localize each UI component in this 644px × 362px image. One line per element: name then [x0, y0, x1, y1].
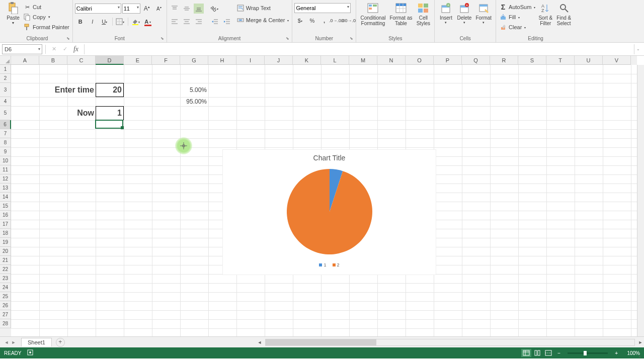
increase-indent-button[interactable]: [222, 17, 232, 27]
row-header-25[interactable]: 25: [0, 292, 11, 301]
row-header-24[interactable]: 24: [0, 283, 11, 292]
chart-object[interactable]: Chart Title 1 2: [222, 149, 436, 275]
hscroll-right-button[interactable]: ►: [637, 340, 644, 345]
row-header-19[interactable]: 19: [0, 238, 11, 247]
spreadsheet-grid[interactable]: ABCDEFGHIJKLMNOPQRSTUV 12345678910111213…: [0, 56, 644, 336]
page-layout-view-button[interactable]: [532, 349, 542, 357]
collapse-ribbon-button[interactable]: ˄: [638, 355, 641, 361]
cancel-formula-button[interactable]: ✕: [49, 44, 59, 54]
row-header-17[interactable]: 17: [0, 220, 11, 229]
cell-styles-button[interactable]: Cell Styles: [414, 1, 432, 27]
number-format-select[interactable]: [294, 3, 351, 13]
align-middle-button[interactable]: [182, 4, 192, 14]
font-size-select[interactable]: [122, 4, 140, 14]
col-header-O[interactable]: O: [406, 56, 434, 65]
page-break-view-button[interactable]: [543, 349, 553, 357]
col-header-V[interactable]: V: [603, 56, 631, 65]
sort-filter-button[interactable]: AZSort & Filter: [536, 1, 554, 27]
decrease-font-button[interactable]: A▾: [154, 4, 164, 14]
fill-button[interactable]: Fill▾: [498, 12, 536, 22]
normal-view-button[interactable]: [521, 349, 531, 357]
zoom-level[interactable]: 100%: [622, 350, 640, 356]
col-header-B[interactable]: B: [39, 56, 67, 65]
number-launcher[interactable]: ⬊: [350, 36, 355, 41]
comma-button[interactable]: ,: [319, 16, 329, 26]
accounting-button[interactable]: $▾: [295, 16, 305, 26]
clipboard-launcher[interactable]: ⬊: [66, 36, 71, 41]
row-header-11[interactable]: 11: [0, 165, 11, 174]
cell-G3[interactable]: 5.00%: [180, 83, 208, 97]
borders-button[interactable]: ▾: [115, 17, 125, 27]
row-header-26[interactable]: 26: [0, 301, 11, 310]
row-header-14[interactable]: 14: [0, 193, 11, 202]
percent-button[interactable]: %: [307, 16, 317, 26]
bold-button[interactable]: B: [75, 17, 86, 27]
cell-G4[interactable]: 95.00%: [180, 97, 208, 106]
col-header-C[interactable]: C: [67, 56, 96, 65]
insert-function-button[interactable]: fx: [71, 44, 81, 54]
col-header-G[interactable]: G: [180, 56, 208, 65]
format-as-table-button[interactable]: Format as Table: [387, 1, 414, 27]
orientation-button[interactable]: ab▾: [210, 4, 220, 14]
row-header-18[interactable]: 18: [0, 229, 11, 238]
merge-center-button[interactable]: Merge & Center▾: [235, 15, 290, 25]
fill-color-button[interactable]: ▾: [131, 17, 141, 27]
cell-C5[interactable]: Now: [39, 106, 96, 120]
format-button[interactable]: Format▾: [473, 1, 494, 26]
row-header-4[interactable]: 4: [0, 97, 11, 106]
row-header-1[interactable]: 1: [0, 65, 11, 74]
col-header-S[interactable]: S: [518, 56, 546, 65]
select-all-corner[interactable]: [0, 56, 11, 65]
row-header-8[interactable]: 8: [0, 138, 11, 147]
sheet-tab[interactable]: Sheet1: [21, 338, 52, 346]
insert-button[interactable]: +Insert▾: [437, 1, 455, 26]
col-header-H[interactable]: H: [208, 56, 236, 65]
col-header-M[interactable]: M: [349, 56, 377, 65]
row-header-15[interactable]: 15: [0, 202, 11, 211]
zoom-slider[interactable]: [568, 352, 608, 354]
cut-button[interactable]: ✂Cut: [22, 2, 70, 12]
enter-formula-button[interactable]: ✓: [60, 44, 70, 54]
name-box[interactable]: D6: [2, 44, 42, 54]
autosum-button[interactable]: ΣAutoSum▾: [498, 2, 536, 12]
expand-formula-button[interactable]: ⌄: [634, 44, 642, 54]
add-sheet-button[interactable]: +: [56, 338, 65, 347]
vertical-scrollbar[interactable]: [637, 65, 644, 336]
copy-button[interactable]: Copy▾: [22, 12, 70, 22]
row-header-5[interactable]: 5: [0, 106, 11, 120]
row-header-20[interactable]: 20: [0, 247, 11, 256]
tab-next-button[interactable]: ►: [10, 340, 17, 345]
col-header-L[interactable]: L: [321, 56, 349, 65]
col-header-I[interactable]: I: [236, 56, 265, 65]
row-header-6[interactable]: 6: [0, 120, 11, 129]
hscroll-left-button[interactable]: ◄: [256, 340, 263, 345]
cell-C3[interactable]: Enter time: [39, 83, 96, 97]
col-header-T[interactable]: T: [546, 56, 575, 65]
row-header-28[interactable]: 28: [0, 319, 11, 328]
format-painter-button[interactable]: Format Painter: [22, 22, 70, 32]
font-color-button[interactable]: A▾: [143, 17, 153, 27]
conditional-formatting-button[interactable]: Conditional Formatting: [358, 1, 387, 27]
col-header-D[interactable]: D: [96, 56, 124, 65]
horizontal-scrollbar[interactable]: [265, 339, 635, 346]
col-header-Q[interactable]: Q: [462, 56, 490, 65]
row-header-7[interactable]: 7: [0, 129, 11, 138]
row-header-9[interactable]: 9: [0, 147, 11, 156]
decrease-indent-button[interactable]: [210, 17, 220, 27]
underline-button[interactable]: U▾: [100, 17, 110, 27]
wrap-text-button[interactable]: Wrap Text: [235, 3, 290, 13]
macro-record-icon[interactable]: [27, 349, 33, 356]
row-header-16[interactable]: 16: [0, 211, 11, 220]
row-header-27[interactable]: 27: [0, 310, 11, 319]
col-header-P[interactable]: P: [434, 56, 462, 65]
increase-font-button[interactable]: A▴: [142, 4, 152, 14]
clear-button[interactable]: Clear▾: [498, 22, 536, 32]
increase-decimal-button[interactable]: .0→.00: [331, 16, 341, 26]
col-header-E[interactable]: E: [124, 56, 152, 65]
row-header-23[interactable]: 23: [0, 274, 11, 283]
decrease-decimal-button[interactable]: .00→.0: [343, 16, 353, 26]
row-header-10[interactable]: 10: [0, 156, 11, 165]
row-header-12[interactable]: 12: [0, 174, 11, 184]
delete-button[interactable]: ×Delete▾: [455, 1, 473, 26]
align-bottom-button[interactable]: [194, 4, 204, 14]
